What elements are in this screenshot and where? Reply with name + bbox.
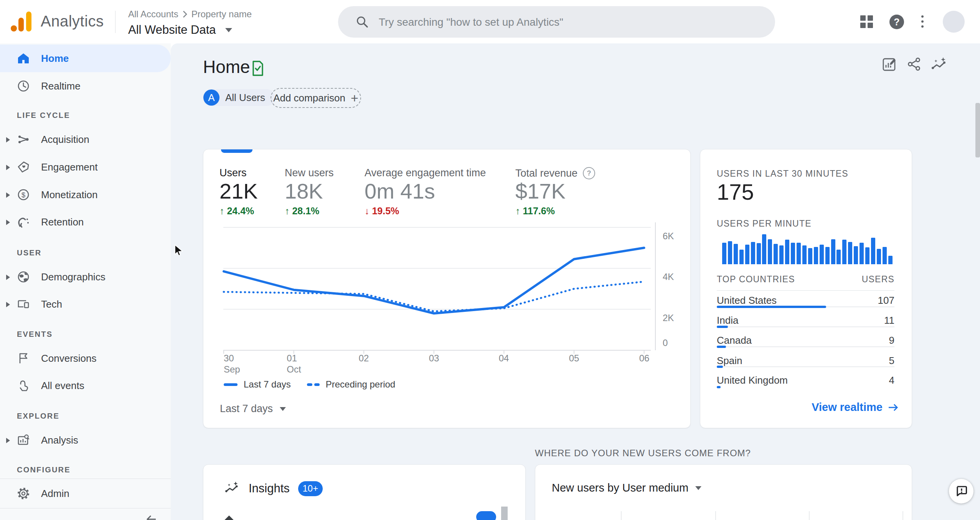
feedback-button[interactable] [949, 479, 973, 503]
minute-bar [865, 247, 869, 264]
minute-bar [797, 243, 801, 264]
collapse-sidebar-icon[interactable] [146, 513, 157, 520]
country-bar [717, 346, 726, 348]
expand-arrow-icon[interactable] [6, 438, 10, 443]
add-comparison-button[interactable]: Add comparison + [271, 88, 361, 108]
feedback-bubble-icon [954, 484, 968, 498]
minute-bar [848, 242, 852, 264]
x-axis-label: 03 [429, 353, 439, 364]
analytics-logo-icon[interactable] [10, 11, 34, 32]
sidebar-item-retention[interactable]: Retention [0, 208, 171, 236]
insights-sparkle-icon[interactable] [931, 56, 948, 73]
monetization-icon: $ [17, 188, 30, 201]
minute-bar [751, 242, 755, 264]
home-icon [17, 52, 30, 65]
minute-bar [757, 243, 761, 264]
sidebar-section-life-cycle: LIFE CYCLE [17, 111, 70, 120]
sidebar-divider [0, 479, 171, 479]
breadcrumb-property[interactable]: Property name [191, 9, 252, 20]
search-input[interactable] [378, 6, 763, 38]
acquisition-icon [17, 133, 30, 146]
minute-bar [745, 245, 749, 264]
share-icon[interactable] [907, 56, 922, 73]
breadcrumb-account[interactable]: All Accounts [128, 9, 178, 20]
minute-bar [877, 249, 881, 264]
engagement-tag-icon [17, 161, 30, 174]
solid-line-legend-icon [224, 383, 238, 386]
retention-magnet-icon [17, 215, 30, 229]
minute-bar [734, 244, 738, 264]
minute-bar [860, 243, 864, 264]
minute-bar [836, 250, 841, 264]
overview-metrics-card: Users 21K ↑ 24.4% New users 18K ↑ 28.1% … [203, 149, 691, 428]
search-bar[interactable] [338, 6, 775, 38]
apps-grid-icon[interactable] [860, 15, 873, 28]
product-name: Analytics [41, 13, 104, 30]
expand-arrow-icon[interactable] [6, 302, 10, 307]
arrow-right-icon [888, 404, 899, 411]
date-range-selector[interactable]: Last 7 days [220, 403, 286, 415]
chevron-right-icon [182, 10, 188, 18]
sidebar-item-conversions[interactable]: Conversions [0, 344, 171, 372]
chart-legend: Last 7 days Preceding period [224, 379, 395, 390]
realtime-card: USERS IN LAST 30 MINUTES 175 USERS PER M… [700, 149, 912, 428]
top-countries-header: TOP COUNTRIES [717, 274, 795, 285]
sidebar-section-events: EVENTS [17, 330, 53, 339]
more-menu-icon[interactable] [921, 15, 924, 29]
country-bar [717, 326, 728, 328]
audience-chip-all-users[interactable]: A All Users [203, 89, 275, 106]
country-bar [717, 386, 721, 388]
sidebar-item-home[interactable]: Home [0, 45, 171, 72]
chevron-down-icon [225, 28, 232, 32]
y-axis-label: 6K [663, 231, 674, 242]
country-bar [717, 306, 826, 308]
gridline [621, 511, 622, 520]
help-icon[interactable]: ? [889, 15, 904, 29]
country-row[interactable]: United Kingdom4 [717, 374, 894, 384]
insights-count-badge[interactable]: 10+ [298, 481, 323, 496]
sidebar-item-demographics[interactable]: Demographics [0, 263, 171, 291]
country-row[interactable]: India11 [717, 315, 894, 325]
sidebar-section-user: USER [17, 248, 41, 257]
main-content: Home A All Users Add comparison + Users … [171, 43, 980, 520]
property-selector[interactable]: All Website Data [128, 23, 252, 37]
sidebar-item-tech[interactable]: Tech [0, 290, 171, 318]
globe-icon [17, 270, 30, 283]
expand-arrow-icon[interactable] [6, 220, 10, 225]
sidebar-item-engagement[interactable]: Engagement [0, 153, 171, 181]
dashed-line-legend-icon [307, 383, 320, 386]
sidebar-item-acquisition[interactable]: Acquisition [0, 126, 171, 153]
sparkle-icon [224, 515, 234, 520]
expand-arrow-icon[interactable] [6, 137, 10, 142]
sidebar-item-monetization[interactable]: $ Monetization [0, 181, 171, 209]
country-row[interactable]: Canada9 [717, 335, 894, 344]
expand-arrow-icon[interactable] [6, 165, 10, 170]
gridline [902, 511, 903, 520]
minute-bar [785, 240, 789, 264]
audience-avatar: A [203, 89, 219, 106]
sidebar-item-admin[interactable]: Admin [0, 480, 171, 507]
x-axis-label: 30 Sep [224, 353, 240, 375]
new-users-dimension-selector[interactable]: New users by User medium [552, 482, 701, 494]
sidebar-item-all-events[interactable]: All events [0, 372, 171, 399]
y-axis-label: 0 [663, 338, 668, 348]
clock-icon [17, 79, 30, 93]
customize-report-icon[interactable] [882, 56, 897, 73]
report-check-icon[interactable] [252, 60, 264, 78]
minute-bar [825, 247, 830, 264]
country-row[interactable]: Spain5 [717, 355, 894, 365]
expand-arrow-icon[interactable] [6, 275, 10, 280]
page-scrollbar[interactable] [975, 103, 980, 157]
y-axis-label: 2K [663, 313, 674, 323]
sidebar-item-realtime[interactable]: Realtime [0, 72, 171, 100]
sidebar-item-analysis[interactable]: Analysis [0, 426, 171, 454]
sidebar: Home Realtime LIFE CYCLE Acquisition Eng… [0, 43, 171, 520]
view-realtime-link[interactable]: View realtime [812, 401, 899, 414]
avatar[interactable] [943, 11, 965, 33]
country-row[interactable]: United States107 [717, 295, 894, 305]
minute-bar [888, 256, 893, 264]
minute-bar [722, 243, 726, 264]
expand-arrow-icon[interactable] [6, 192, 10, 198]
country-bar [717, 366, 723, 368]
users-30min-value: 175 [717, 179, 754, 205]
